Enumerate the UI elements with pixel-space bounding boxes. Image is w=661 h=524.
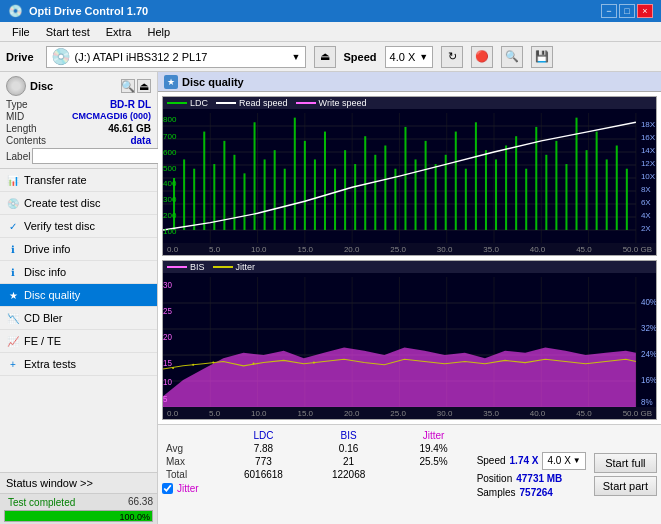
svg-rect-32: [304, 141, 306, 230]
svg-point-101: [253, 363, 255, 365]
top-chart-xaxis: 0.05.010.015.020.025.030.035.040.045.050…: [163, 243, 656, 255]
svg-rect-52: [505, 146, 507, 231]
speed-select[interactable]: 4.0 X ▼: [385, 46, 434, 68]
settings-button[interactable]: 🔴: [471, 46, 493, 68]
disc-type-label: Type: [6, 99, 28, 110]
panel-header: ★ Disc quality: [158, 72, 661, 92]
cd-bler-icon: 📉: [6, 311, 20, 325]
disc-type-row: Type BD-R DL: [6, 99, 151, 110]
svg-rect-30: [284, 169, 286, 230]
close-button[interactable]: ×: [637, 4, 653, 18]
svg-text:10X: 10X: [641, 172, 655, 181]
col-empty: [162, 429, 218, 442]
jitter-check-label: Jitter: [177, 483, 199, 494]
menu-file[interactable]: File: [8, 25, 34, 39]
speed-dropdown-val: 4.0 X: [547, 455, 570, 466]
status-window-label: Status window >>: [6, 477, 93, 489]
jitter-check-row: Jitter: [162, 483, 469, 494]
sidebar-item-cd-bler[interactable]: 📉 CD Bler: [0, 307, 157, 330]
samples-row: Samples 757264: [477, 487, 586, 498]
total-jitter: [398, 468, 468, 481]
speed-dropdown-stat[interactable]: 4.0 X ▼: [542, 452, 585, 470]
sidebar-item-disc-info[interactable]: ℹ Disc info: [0, 261, 157, 284]
disc-panel-title: Disc: [30, 80, 53, 92]
svg-text:10: 10: [163, 377, 172, 387]
col-check: [388, 429, 398, 442]
svg-rect-51: [495, 159, 497, 230]
sidebar-item-drive-info[interactable]: ℹ Drive info: [0, 238, 157, 261]
svg-text:40%: 40%: [641, 297, 656, 307]
sidebar-item-fe-te[interactable]: 📈 FE / TE: [0, 330, 157, 353]
progress-bar: 100.0%: [4, 510, 153, 522]
svg-point-100: [212, 362, 214, 364]
svg-rect-24: [223, 141, 225, 230]
scan-button[interactable]: 🔍: [501, 46, 523, 68]
svg-text:4X: 4X: [641, 211, 651, 220]
disc-icon: [6, 76, 26, 96]
svg-text:700: 700: [163, 132, 176, 141]
panel-icon: ★: [164, 75, 178, 89]
sidebar-item-extra-tests[interactable]: + Extra tests: [0, 353, 157, 376]
start-part-button[interactable]: Start part: [594, 476, 657, 496]
drive-select[interactable]: 💿 (J:) ATAPI iHBS312 2 PL17 ▼: [46, 46, 306, 68]
charts-area: LDC Read speed Write speed: [158, 92, 661, 424]
disc-quality-icon: ★: [6, 288, 20, 302]
svg-rect-47: [455, 132, 457, 230]
jitter-checkbox[interactable]: [162, 483, 173, 494]
minimize-button[interactable]: −: [601, 4, 617, 18]
disc-info-header: Disc 🔍 ⏏: [6, 76, 151, 96]
menu-help[interactable]: Help: [143, 25, 174, 39]
total-ldc: 6016618: [218, 468, 309, 481]
refresh-button[interactable]: ↻: [441, 46, 463, 68]
verify-test-disc-label: Verify test disc: [24, 220, 95, 232]
disc-scan-icon[interactable]: 🔍: [121, 79, 135, 93]
avg-bis: 0.16: [309, 442, 389, 455]
speed-label: Speed: [344, 51, 377, 63]
eject-button[interactable]: ⏏: [314, 46, 336, 68]
disc-contents-value: data: [130, 135, 151, 146]
save-button[interactable]: 💾: [531, 46, 553, 68]
svg-rect-22: [203, 132, 205, 230]
disc-label-input[interactable]: [32, 148, 165, 164]
svg-text:12X: 12X: [641, 159, 655, 168]
write-speed-legend: Write speed: [296, 98, 367, 108]
title-bar-controls: − □ ×: [601, 4, 653, 18]
status-window-button[interactable]: Status window >>: [0, 472, 157, 493]
app-title: Opti Drive Control 1.70: [29, 5, 148, 17]
svg-rect-26: [243, 173, 245, 230]
verify-test-disc-icon: ✓: [6, 219, 20, 233]
maximize-button[interactable]: □: [619, 4, 635, 18]
disc-eject-icon[interactable]: ⏏: [137, 79, 151, 93]
sidebar-item-disc-quality[interactable]: ★ Disc quality: [0, 284, 157, 307]
svg-text:5: 5: [163, 393, 168, 403]
top-chart: LDC Read speed Write speed: [162, 96, 657, 256]
sidebar-item-transfer-rate[interactable]: 📊 Transfer rate: [0, 169, 157, 192]
speed-label-stat: Speed: [477, 455, 506, 466]
create-test-disc-label: Create test disc: [24, 197, 100, 209]
svg-rect-57: [555, 141, 557, 230]
sidebar-item-create-test-disc[interactable]: 💿 Create test disc: [0, 192, 157, 215]
top-chart-legend: LDC Read speed Write speed: [163, 97, 656, 109]
table-row-avg: Avg 7.88 0.16 19.4%: [162, 442, 469, 455]
sidebar: Disc 🔍 ⏏ Type BD-R DL MID CMCMAGDI6 (000…: [0, 72, 158, 524]
svg-text:200: 200: [163, 211, 176, 220]
svg-rect-60: [586, 150, 588, 230]
start-full-button[interactable]: Start full: [594, 453, 657, 473]
svg-point-99: [192, 364, 194, 366]
bis-label: BIS: [190, 262, 205, 272]
disc-info-label: Disc info: [24, 266, 66, 278]
svg-text:400: 400: [163, 180, 176, 189]
sidebar-item-verify-test-disc[interactable]: ✓ Verify test disc: [0, 215, 157, 238]
svg-text:600: 600: [163, 148, 176, 157]
status-text: Test completed: [4, 496, 79, 509]
menu-start-test[interactable]: Start test: [42, 25, 94, 39]
svg-text:300: 300: [163, 195, 176, 204]
drive-bar: Drive 💿 (J:) ATAPI iHBS312 2 PL17 ▼ ⏏ Sp…: [0, 42, 661, 72]
svg-text:16X: 16X: [641, 133, 655, 142]
svg-rect-56: [545, 155, 547, 230]
svg-text:24%: 24%: [641, 349, 656, 359]
svg-rect-63: [616, 146, 618, 231]
menu-extra[interactable]: Extra: [102, 25, 136, 39]
read-speed-color: [216, 102, 236, 104]
disc-length-label: Length: [6, 123, 37, 134]
